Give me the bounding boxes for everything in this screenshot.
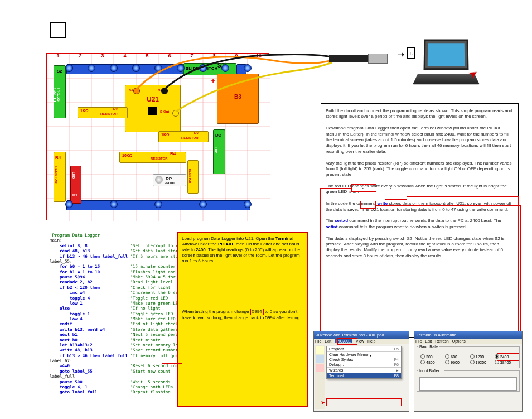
menu-file[interactable]: File xyxy=(415,339,422,343)
component-d1-led: D1 LED xyxy=(70,166,81,204)
picaxe-dropdown: ProgramF5 Clear Hardware Memory Check Sy… xyxy=(326,346,402,379)
component-s2-press-switch: PRESS SWITCH S2 xyxy=(54,65,66,118)
instr-p3: Vary the light to the photo resistor (RP… xyxy=(326,161,514,178)
instr-p1: Build the circuit and connect the progra… xyxy=(326,108,514,120)
instr-p5: In the code the command write stores dat… xyxy=(326,201,514,213)
menu-bar: File Edit PICAXE View Help xyxy=(314,339,409,344)
menu-refresh[interactable]: Refresh xyxy=(435,339,449,343)
baud-4800[interactable]: 4800 xyxy=(420,360,442,364)
menu-file[interactable]: File xyxy=(315,339,321,343)
component-b3-battery: B3 + xyxy=(217,74,259,124)
col-5: 5 xyxy=(136,53,158,59)
screenshot-terminal-baud: Terminal in Automatic File Edit Refresh … xyxy=(414,331,523,412)
circuit-diagram: 1 2 3 4 5 6 7 8 9 10 PRESS SWITCH S2 SLI… xyxy=(46,53,269,220)
component-r4b: R4 RESISTOR xyxy=(54,152,66,202)
chip-icon xyxy=(148,107,157,115)
yellow-p2: When testing the program change 5994 to … xyxy=(182,309,304,321)
col-7: 7 xyxy=(181,53,203,59)
col-8: 8 xyxy=(203,53,225,59)
input-buffer-group: Input Buffer... xyxy=(417,370,520,392)
input-buffer-textarea[interactable] xyxy=(419,377,517,391)
yellow-callout: Load program Data Logger into U21. Open … xyxy=(177,232,308,407)
usb-port-icon: ⎍ xyxy=(407,47,415,59)
baud-2400[interactable]: 2400 xyxy=(495,354,516,359)
component-d2-led: D2 LED xyxy=(213,129,225,174)
col-3: 3 xyxy=(91,53,114,59)
instr-p6: The sertxd command in the interrupt rout… xyxy=(326,218,514,230)
menu-picaxe[interactable]: PICAXE xyxy=(335,339,352,343)
menu-item-wizards[interactable]: Wizards▸ xyxy=(327,368,401,373)
component-r2b: 1KΩ R2 RESISTOR xyxy=(158,131,209,142)
menu-options[interactable]: Options xyxy=(452,339,466,343)
menu-item-debug[interactable]: Debug...F6 xyxy=(327,362,401,367)
wire-node-yellow xyxy=(172,110,179,117)
component-r2a: 1KΩ R2 RESISTOR xyxy=(78,107,128,118)
instructions-panel: Build the circuit and connect the progra… xyxy=(321,103,519,338)
menu-edit[interactable]: Edit xyxy=(325,339,331,343)
baud-1200[interactable]: 1200 xyxy=(470,354,491,359)
menu-help[interactable]: Help xyxy=(367,339,375,343)
baud-300[interactable]: 300 xyxy=(420,354,442,359)
wire-node-black xyxy=(161,88,168,94)
instr-p4: The red LED changes state every 6 second… xyxy=(326,184,514,195)
page-number-box xyxy=(50,22,66,38)
window-title-bar: Jukebox with Terminal.bas - AXEpad xyxy=(314,331,409,339)
component-rp-photo: RP PHOTO xyxy=(153,174,186,186)
col-6: 6 xyxy=(158,53,181,59)
arrow-icon: ➝ xyxy=(397,49,404,60)
window-title: Jukebox with Terminal.bas - AXEpad xyxy=(316,333,384,338)
usb-connector xyxy=(329,50,390,67)
baud-600[interactable]: 600 xyxy=(445,354,466,359)
component-r4a: 10KΩ R4 RESISTOR xyxy=(119,152,186,163)
baud-rate-group: Baud Rate 300 600 1200 2400 4800 9600 19… xyxy=(417,346,520,368)
window-title-bar: Terminal in Automatic xyxy=(414,331,522,339)
menu-item-syntax[interactable]: Check SyntaxF4 xyxy=(327,357,401,362)
col-4: 4 xyxy=(114,53,136,59)
yellow-p1: Load program Data Logger into U21. Open … xyxy=(182,236,304,264)
menu-item-clear[interactable]: Clear Hardware Memory xyxy=(327,352,401,357)
col-2: 2 xyxy=(69,53,91,59)
wire-top-blue xyxy=(66,64,183,74)
screenshot-axepad-menu: Jukebox with Terminal.bas - AXEpad File … xyxy=(313,331,409,412)
wire-node-orange xyxy=(133,88,140,94)
component-resistor-vertical: RESISTOR xyxy=(187,160,199,194)
arrow-icon: ➤ xyxy=(321,399,325,406)
menu-edit[interactable]: Edit xyxy=(425,339,432,343)
baud-19200[interactable]: 19200 xyxy=(470,360,491,364)
instr-p2: Download program Data Logger then open t… xyxy=(326,126,514,155)
window-title: Terminal in Automatic xyxy=(417,333,456,338)
menu-bar: File Edit Refresh Options xyxy=(414,339,522,344)
col-10: 10 xyxy=(248,53,270,59)
instr-p7: The data is displayed by pressing switch… xyxy=(326,236,514,259)
baud-9600[interactable]: 9600 xyxy=(445,360,466,364)
baud-38400[interactable]: 38400 xyxy=(495,360,516,364)
col-1: 1 xyxy=(47,53,69,59)
laptop-icon: ➤ xyxy=(415,39,477,92)
menu-item-terminal[interactable]: Terminal...F8 xyxy=(327,373,401,378)
col-9: 9 xyxy=(225,53,248,59)
menu-item-program[interactable]: ProgramF5 xyxy=(327,346,401,351)
menu-view[interactable]: View xyxy=(356,339,364,343)
